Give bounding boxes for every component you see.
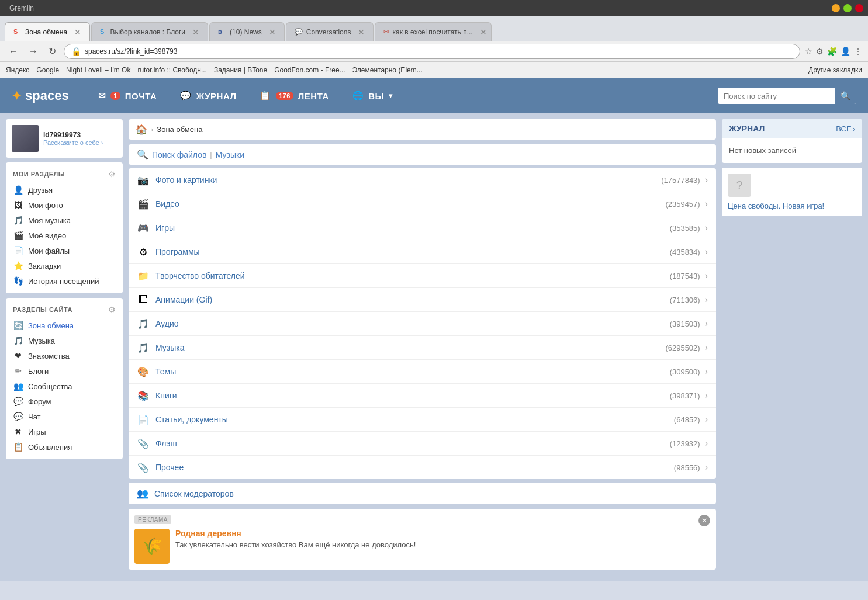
- section-gear-site[interactable]: ⚙: [108, 305, 116, 314]
- tab-close-5[interactable]: ✕: [480, 28, 487, 36]
- sidebar-item-video[interactable]: 🎬 Моё видео: [6, 228, 123, 243]
- tab-close-3[interactable]: ✕: [269, 28, 276, 36]
- game-title[interactable]: Цена свободы. Новая игра!: [728, 202, 856, 210]
- moderators-link[interactable]: Список модераторов: [154, 489, 234, 498]
- sidebar-item-friends[interactable]: 👤 Друзья: [6, 182, 123, 197]
- breadcrumb-separator: ›: [151, 125, 153, 134]
- sidebar-item-bookmarks[interactable]: ⭐ Закладки: [6, 258, 123, 273]
- tab-excel[interactable]: ✉ как в excel посчитать п... ✕: [375, 22, 492, 41]
- maximize-button[interactable]: [843, 4, 852, 12]
- category-themes[interactable]: 🎨 Темы (309500) ›: [129, 360, 716, 384]
- tab-close-1[interactable]: ✕: [74, 28, 81, 36]
- bookmark-rutor[interactable]: rutor.info :: Свободн...: [137, 66, 207, 74]
- url-box[interactable]: 🔒 spaces.ru/sz/?link_id=398793: [64, 44, 800, 59]
- bookmark-yandex[interactable]: Яндекс: [6, 66, 29, 74]
- dating-icon: ❤: [13, 351, 23, 360]
- cat-count-video: (2359457): [665, 200, 700, 209]
- category-music[interactable]: 🎵 Музыка (6295502) ›: [129, 336, 716, 360]
- cat-arrow-flash: ›: [705, 438, 708, 449]
- sidebar-label-games: Игры: [28, 428, 46, 436]
- extension-icon[interactable]: 🧩: [827, 47, 837, 56]
- themes-cat-icon: 🎨: [137, 365, 150, 378]
- avatar: [12, 125, 39, 152]
- profile-chevron-icon: ▾: [389, 92, 393, 100]
- sidebar-label-bookmarks: Закладки: [28, 262, 61, 270]
- category-creative[interactable]: 📁 Творчество обитателей (187543) ›: [129, 264, 716, 288]
- section-title-my: МОИ РАЗДЕЛЫ: [13, 171, 65, 178]
- category-photos[interactable]: 📷 Фото и картинки (17577843) ›: [129, 168, 716, 192]
- nav-feed[interactable]: 📋 176 ЛЕНТА: [248, 78, 340, 113]
- sidebar-item-communities[interactable]: 👥 Сообщества: [6, 379, 123, 394]
- sidebar-label-dating: Знакомства: [28, 352, 70, 360]
- ad-title[interactable]: Родная деревня: [175, 529, 710, 538]
- sidebar-item-files[interactable]: 📄 Мои файлы: [6, 243, 123, 258]
- search-files-link[interactable]: Поиск файлов: [152, 150, 206, 159]
- category-video[interactable]: 🎬 Видео (2359457) ›: [129, 192, 716, 216]
- sidebar-item-blogs[interactable]: ✏ Блоги: [6, 363, 123, 379]
- search-button[interactable]: 🔍: [835, 88, 856, 104]
- sidebar-item-games[interactable]: ✖ Игры: [6, 424, 123, 439]
- tab-label-1: Зона обмена: [25, 28, 67, 36]
- bookmark-star-icon[interactable]: ☆: [805, 47, 812, 56]
- search-input[interactable]: [718, 88, 835, 104]
- search-music-link[interactable]: Музыки: [216, 150, 244, 159]
- nav-mail[interactable]: ✉ 1 ПОЧТА: [87, 78, 169, 113]
- tab-vybor-kanalov[interactable]: S Выбор каналов : Блоги ✕: [91, 22, 208, 41]
- tab-close-2[interactable]: ✕: [192, 28, 199, 36]
- sidebar-item-zona-obmena[interactable]: 🔄 Зона обмена: [6, 318, 123, 333]
- category-programs[interactable]: ⚙ Программы (435834) ›: [129, 240, 716, 264]
- ad-close-button[interactable]: ✕: [698, 515, 710, 526]
- nav-profile[interactable]: 🌐 ВЫ ▾: [341, 78, 404, 113]
- sidebar-my-sections: МОИ РАЗДЕЛЫ ⚙ 👤 Друзья 🖼 Мои фото 🎵 Моя …: [6, 162, 123, 293]
- bookmark-google[interactable]: Google: [36, 66, 59, 74]
- journal-icon: 💬: [180, 91, 192, 101]
- sidebar-item-dating[interactable]: ❤ Знакомства: [6, 348, 123, 363]
- forward-button[interactable]: →: [26, 45, 41, 58]
- settings-icon[interactable]: ⚙: [816, 47, 824, 56]
- home-icon[interactable]: 🏠: [136, 124, 147, 135]
- ad-image: 🌾: [134, 529, 170, 564]
- moderators-row[interactable]: 👥 Список модераторов: [129, 483, 716, 504]
- logo[interactable]: ✦ spaces: [12, 88, 69, 103]
- nav-journal[interactable]: 💬 ЖУРНАЛ: [168, 78, 248, 113]
- reload-button[interactable]: ↻: [46, 44, 59, 58]
- category-flash[interactable]: 📎 Флэш (123932) ›: [129, 432, 716, 456]
- sidebar-item-photos[interactable]: 🖼 Мои фото: [6, 197, 123, 213]
- sidebar: id79919973 Расскажите о себе › МОИ РАЗДЕ…: [6, 119, 123, 570]
- nav-feed-label: ЛЕНТА: [298, 91, 329, 101]
- sidebar-item-ads[interactable]: 📋 Объявления: [6, 439, 123, 455]
- journal-all-link[interactable]: ВСЕ ›: [836, 124, 855, 133]
- user-desc[interactable]: Расскажите о себе ›: [43, 139, 117, 146]
- tab-conversations[interactable]: 💬 Conversations ✕: [286, 22, 374, 41]
- other-cat-icon: 📎: [137, 461, 150, 474]
- sidebar-item-chat[interactable]: 💬 Чат: [6, 409, 123, 424]
- sidebar-item-forum[interactable]: 💬 Форум: [6, 394, 123, 409]
- section-gear-my[interactable]: ⚙: [108, 169, 116, 179]
- sidebar-item-site-music[interactable]: 🎵 Музыка: [6, 333, 123, 348]
- category-games[interactable]: 🎮 Игры (353585) ›: [129, 216, 716, 240]
- bookmark-elementarno[interactable]: Элементарно (Elem...: [352, 66, 423, 74]
- category-audio[interactable]: 🎵 Аудио (391503) ›: [129, 312, 716, 336]
- bookmark-night-lovell[interactable]: Night Lovell – I'm Ok: [66, 66, 130, 74]
- breadcrumb-current: Зона обмена: [157, 125, 202, 134]
- back-button[interactable]: ←: [6, 45, 21, 58]
- bookmark-other[interactable]: Другие закладки: [808, 66, 862, 74]
- close-button[interactable]: [855, 4, 863, 12]
- user-icon[interactable]: 👤: [841, 47, 850, 56]
- sidebar-label-forum: Форум: [28, 397, 51, 406]
- tab-close-4[interactable]: ✕: [358, 28, 365, 36]
- tab-zona-obmena[interactable]: S Зона обмена ✕: [5, 22, 90, 41]
- category-articles[interactable]: 📄 Статьи, документы (64852) ›: [129, 408, 716, 432]
- tab-news[interactable]: в (10) News ✕: [209, 22, 285, 41]
- menu-icon[interactable]: ⋮: [854, 47, 862, 56]
- sidebar-item-history[interactable]: 👣 История посещений: [6, 273, 123, 289]
- sidebar-item-music[interactable]: 🎵 Моя музыка: [6, 213, 123, 228]
- category-books[interactable]: 📚 Книги (398371) ›: [129, 384, 716, 408]
- category-other[interactable]: 📎 Прочее (98556) ›: [129, 456, 716, 479]
- bookmark-goodfon[interactable]: GoodFon.com - Free...: [274, 66, 345, 74]
- minimize-button[interactable]: [832, 4, 840, 12]
- creative-cat-icon: 📁: [137, 269, 150, 282]
- mail-icon: ✉: [98, 91, 106, 101]
- category-animations[interactable]: 🎞 Анимации (Gif) (711306) ›: [129, 288, 716, 312]
- bookmark-btone[interactable]: Задания | BTone: [214, 66, 267, 74]
